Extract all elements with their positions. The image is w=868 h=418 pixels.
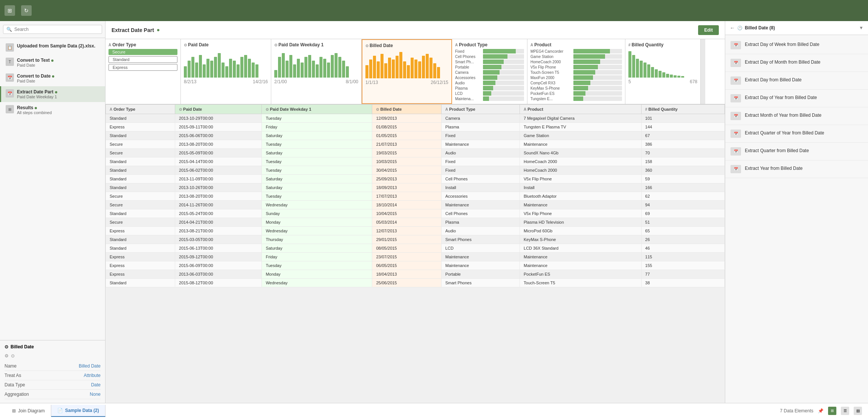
table-cell: Saturday [262,149,372,157]
app-container: ⊞ ↻ 🔍 📋 Uploaded from Sample Data (2).xl… [0,0,868,418]
table-cell: Saturday [262,183,372,192]
rp-item-extract-quarter-year[interactable]: 📅Extract Quarter of Year from Billed Dat… [725,125,868,143]
rp-chevron-icon[interactable]: ▼ [859,25,863,31]
table-cell: 25/06/2015 [372,279,442,287]
sample-data-label: Sample Data (2) [65,408,99,413]
table-row: Standard2015-04-14T00:00Tuesday10/03/201… [106,157,725,166]
order-type-tags: Secure Standard Express [108,49,177,71]
table-cell: 18/04/2013 [372,270,442,279]
rp-item-extract-day-year[interactable]: 📅Extract Day of Year from Billed Date [725,90,868,107]
sidebar-step-convert-text[interactable]: T Convert to Text Paid Date [0,55,105,70]
table-cell: Plasma [441,218,520,227]
search-input[interactable] [14,27,99,32]
rp-item-text: Extract Year from Billed Date [745,165,802,172]
product-type-cats: Fixed Cell Phones Smart Ph... Portable C… [455,49,524,101]
tab-sample-data[interactable]: 📄 Sample Data (2) [51,405,105,417]
th-paid-date[interactable]: ⊙Paid Date [175,105,262,114]
table-row: Express2013-06-03T00:00Monday18/04/2013P… [106,270,725,279]
table-cell: 7 Megapixel Digital Camera [520,114,642,123]
col-paid-date-viz: ⊙Paid Date [181,39,271,104]
th-product[interactable]: AProduct [520,105,642,114]
table-cell: MicroPod 60Gb [520,227,642,235]
table-cell: 65 [641,227,724,235]
table-cell: KeyMax S-Phone [520,235,642,244]
bottom-tabs: ⊞ Join Diagram 📄 Sample Data (2) [6,405,105,417]
table-cell: 46 [641,244,724,253]
edit-button[interactable]: Edit [698,25,719,35]
th-billed-qty[interactable]: #Billed Quantity [641,105,724,114]
gear-icon[interactable]: ⚙ [5,353,9,359]
table-cell: 2013-08-20T00:00 [175,192,262,201]
convert-text-subtitle: Paid Date [17,63,53,67]
table-cell: Thursday [262,235,372,244]
table-cell: 94 [641,201,724,209]
table-cell: Audio [441,149,520,157]
table-cell: 2015-06-06T00:00 [175,131,262,140]
rp-item-extract-month-year[interactable]: 📅Extract Month of Year from Billed Date [725,107,868,125]
table-cell: Maintenance [441,253,520,261]
view-btn-grid[interactable]: ⊞ [828,407,836,415]
convert-text-title: Convert to Text [17,58,53,63]
table-row: Express2015-09-11T00:00Friday01/08/2015P… [106,123,725,131]
table-cell: 25/09/2013 [372,175,442,183]
main-layout: 🔍 📋 Uploaded from Sample Data (2).xlsx. … [0,21,868,403]
refresh-icon[interactable]: ↻ [21,5,32,16]
tab-join-diagram[interactable]: ⊞ Join Diagram [6,405,51,417]
pin-icon[interactable]: 📌 [818,408,824,413]
table-cell: Game Station [520,131,642,140]
table-row: Express2015-06-09T00:00Tuesday06/05/2015… [106,261,725,270]
table-cell: Smart Phones [441,235,520,244]
convert-date-subtitle: Paid Date [17,79,54,83]
view-btn-list[interactable]: ☰ [841,407,849,415]
table-cell: 70 [641,149,724,157]
search-input-wrap[interactable]: 🔍 [3,25,102,34]
table-row: Express2013-08-21T00:00Wednesday12/07/20… [106,227,725,235]
table-cell: 08/05/2015 [372,244,442,253]
table-cell: 158 [641,157,724,166]
table-cell: Wednesday [262,227,372,235]
table-row: Standard2013-11-09T00:00Saturday25/09/20… [106,175,725,183]
rp-item-extract-year[interactable]: 📅Extract Year from Billed Date [725,160,868,178]
viz-scrollbar[interactable] [701,39,705,104]
table-cell: Accessories [441,192,520,201]
sidebar-step-convert-date[interactable]: 📅 Convert to Date Paid Date [0,70,105,86]
billed-qty-header: #Billed Quantity [628,42,697,47]
viz-table-split: AOrder Type Secure Standard Express ⊙Pai… [105,39,725,403]
table-cell: 29/01/2015 [372,235,442,244]
table-cell: 101 [641,114,724,123]
paid-weekday-labels: 2/1/008/1/00 [274,79,358,84]
table-cell: HomeCoach 2000 [520,166,642,175]
table-cell: Audio [441,227,520,235]
rp-item-extract-day-month[interactable]: 📅Extract Day of Month from Billed Date [725,54,868,72]
results-icon: ⊞ [6,105,14,113]
table-cell: 23/07/2015 [372,253,442,261]
extract-date-icon: 📅 [6,89,14,98]
upload-icon: 📋 [6,43,14,52]
sidebar-step-results[interactable]: ⊞ Results All steps combined [0,102,105,118]
table-cell: 2015-06-09T00:00 [175,261,262,270]
table-cell: Standard [106,131,175,140]
sidebar-step-extract-date[interactable]: 📅 Extract Date Part Paid Date Weekday 1 [0,86,105,102]
rp-item-extract-quarter[interactable]: 📅Extract Quarter from Billed Date [725,143,868,160]
col-paid-weekday-viz: ⊙Paid Date Weekday 1 [271,39,362,104]
sidebar-step-upload[interactable]: 📋 Uploaded from Sample Data (2).xlsx. [0,40,105,55]
clock-icon[interactable]: ⊙ [11,353,15,359]
toolbar-left: Extract Date Part [112,27,159,33]
table-cell: Friday [262,123,372,131]
th-billed-date[interactable]: ⊙Billed Date [372,105,442,114]
rp-item-extract-day[interactable]: 📅Extract Day from Billed Date [725,72,868,90]
th-product-type[interactable]: AProduct Type [441,105,520,114]
col-product-viz: AProduct MPEG4 Camcorder Game Station Ho… [527,39,625,104]
rp-back-button[interactable]: ← [730,25,735,31]
home-icon[interactable]: ⊞ [5,5,15,16]
rp-item-extract-day-week[interactable]: 📅Extract Day of Week from Billed Date [725,37,868,54]
field-row-name: Name Billed Date [5,362,101,371]
table-cell: 01/08/2015 [372,123,442,131]
th-order-type[interactable]: AOrder Type [106,105,175,114]
th-paid-weekday[interactable]: ⊙Paid Date Weekday 1 [262,105,372,114]
table-row: Secure2013-08-20T00:00Tuesday21/07/2013M… [106,140,725,149]
table-cell: Standard [106,114,175,123]
view-btn-compact[interactable]: ▤ [854,407,862,415]
table-cell: 2015-05-09T00:00 [175,149,262,157]
table-cell: LCD [441,244,520,253]
